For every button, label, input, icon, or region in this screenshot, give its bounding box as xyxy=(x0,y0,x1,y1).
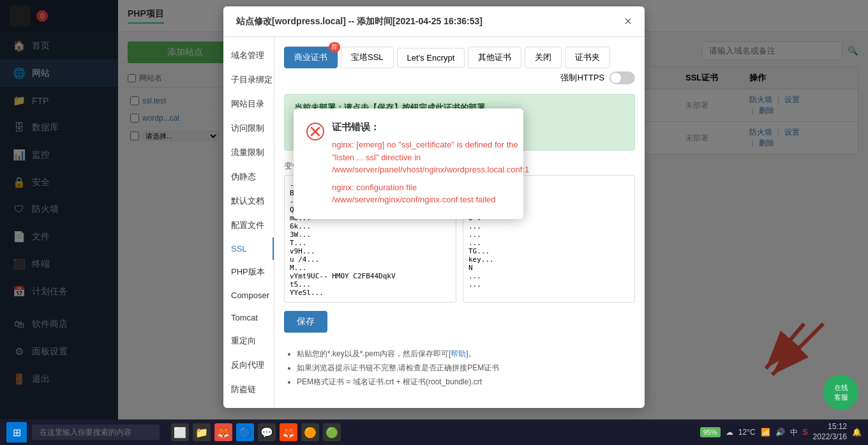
taskbar-icon-1[interactable]: ⬜ xyxy=(171,423,189,441)
tip-3: PEM格式证书 = 域名证书.crt + 根证书(root_bundle).cr… xyxy=(297,377,635,388)
taskbar-icon-8[interactable]: 🟢 xyxy=(323,423,341,441)
date-display: 2022/3/16 xyxy=(813,432,847,442)
online-line2: 客服 xyxy=(834,393,848,402)
tab-commercial[interactable]: 商业证书 荐 xyxy=(284,47,338,68)
taskbar-time: 15:12 2022/3/16 xyxy=(813,422,847,442)
taskbar-icon-7[interactable]: 🟠 xyxy=(301,423,319,441)
tab-commercial-label: 商业证书 xyxy=(294,52,327,62)
error-dialog: 证书错误： nginx: [emerg] no "ssl_certificate… xyxy=(294,109,523,219)
modal-header: 站点修改[wordpress.local] -- 添加时间[2021-04-25… xyxy=(223,6,645,37)
sidemenu-domain[interactable]: 域名管理 xyxy=(223,43,274,68)
sidemenu-sitedir[interactable]: 网站目录 xyxy=(223,92,274,116)
ssl-content-area: 商业证书 荐 宝塔SSL Let's Encrypt 其他证书 关闭 证书夹 强… xyxy=(274,37,645,408)
taskbar-icon-3[interactable]: 🦊 xyxy=(214,423,232,441)
sidemenu-access[interactable]: 访问限制 xyxy=(223,116,274,140)
taskbar-search-input[interactable] xyxy=(32,425,160,440)
modal-overlay: 站点修改[wordpress.local] -- 添加时间[2021-04-25… xyxy=(0,0,868,419)
ssl-tabs: 商业证书 荐 宝塔SSL Let's Encrypt 其他证书 关闭 证书夹 强… xyxy=(284,47,635,84)
tab-close[interactable]: 关闭 xyxy=(525,47,562,68)
tip-1: 粘贴您的*.key以及*.pem内容，然后保存即可[帮助]。 xyxy=(297,349,635,359)
tab-badge: 荐 xyxy=(329,42,340,52)
sidemenu-subdir[interactable]: 子目录绑定 xyxy=(223,68,274,92)
taskbar-icon-4[interactable]: 🔵 xyxy=(236,423,254,441)
cloud-icon: ☁ xyxy=(726,428,733,437)
modal-close-button[interactable]: × xyxy=(624,14,632,29)
wifi-icon: 📶 xyxy=(761,428,770,437)
modal-sidemenu: 域名管理 子目录绑定 网站目录 访问限制 流量限制 伪静态 默认文档 配置文件 … xyxy=(223,37,274,408)
tips-list: 粘贴您的*.key以及*.pem内容，然后保存即可[帮助]。 如果浏览器提示证书… xyxy=(284,349,635,388)
error-header: 证书错误： nginx: [emerg] no "ssl_certificate… xyxy=(306,121,511,206)
taskbar-icon-6[interactable]: 🦊 xyxy=(280,423,297,441)
error-icon xyxy=(306,123,324,145)
sidemenu-redirect[interactable]: 重定向 xyxy=(223,329,274,353)
https-toggle-label: 强制HTTPS xyxy=(560,72,604,84)
error-title: 证书错误： xyxy=(332,121,529,133)
time-display: 15:12 xyxy=(813,422,847,432)
tab-certfolder[interactable]: 证书夹 xyxy=(565,47,610,68)
tab-other[interactable]: 其他证书 xyxy=(468,47,521,68)
online-service-button[interactable]: 在线 客服 xyxy=(823,375,858,410)
modal: 站点修改[wordpress.local] -- 添加时间[2021-04-25… xyxy=(223,6,645,408)
save-button[interactable]: 保存 xyxy=(284,311,327,333)
sidemenu-tomcat[interactable]: Tomcat xyxy=(223,306,274,329)
taskbar-icons: ⬜ 📁 🦊 🔵 💬 🦊 🟠 🟢 xyxy=(171,423,341,441)
taskbar-icon-5[interactable]: 💬 xyxy=(258,423,276,441)
sidemenu-phpver[interactable]: PHP版本 xyxy=(223,260,274,284)
modal-layout: 域名管理 子目录绑定 网站目录 访问限制 流量限制 伪静态 默认文档 配置文件 … xyxy=(223,37,645,408)
notification-icon[interactable]: 🔔 xyxy=(852,428,862,437)
windows-icon: ⊞ xyxy=(13,426,21,439)
taskbar-icon-2[interactable]: 📁 xyxy=(193,423,211,441)
error-message-1: nginx: [emerg] no "ssl_certificate" is d… xyxy=(332,139,529,176)
sidemenu-static[interactable]: 伪静态 xyxy=(223,165,274,189)
tab-letsencrypt[interactable]: Let's Encrypt xyxy=(397,48,465,68)
sidemenu-hotlink[interactable]: 防盗链 xyxy=(223,377,274,402)
https-toggle-group: 强制HTTPS xyxy=(560,72,635,84)
error-message-2: nginx: configuration file /www/server/ng… xyxy=(332,181,529,206)
sidemenu-config[interactable]: 配置文件 xyxy=(223,213,274,238)
modal-title: 站点修改[wordpress.local] -- 添加时间[2021-04-25… xyxy=(236,16,483,27)
taskbar-right: 95% ☁ 12°C 📶 🔊 中 S 15:12 2022/3/16 🔔 xyxy=(700,422,862,442)
lang-label: 中 xyxy=(790,427,798,438)
https-toggle-switch[interactable] xyxy=(610,72,635,84)
tip-2: 如果浏览器提示证书链不完整,请检查是否正确拼接PEM证书 xyxy=(297,363,635,373)
start-button[interactable]: ⊞ xyxy=(6,422,27,442)
sidemenu-proxy[interactable]: 反向代理 xyxy=(223,353,274,377)
tip-link-1[interactable]: 帮助 xyxy=(451,349,466,358)
sidemenu-composer[interactable]: Composer xyxy=(223,284,274,306)
sidemenu-traffic[interactable]: 流量限制 xyxy=(223,140,274,165)
antivirus-icon: S xyxy=(803,428,808,437)
sidemenu-ssl[interactable]: SSL xyxy=(223,238,274,260)
online-line1: 在线 xyxy=(834,383,848,392)
error-content: 证书错误： nginx: [emerg] no "ssl_certificate… xyxy=(332,121,529,206)
tab-baota[interactable]: 宝塔SSL xyxy=(341,47,394,68)
temp-label: 12°C xyxy=(738,428,756,437)
battery-badge: 95% xyxy=(700,427,721,437)
volume-icon: 🔊 xyxy=(775,428,785,437)
taskbar: ⊞ ⬜ 📁 🦊 🔵 💬 🦊 🟠 🟢 95% ☁ 12°C 📶 🔊 中 S 15:… xyxy=(0,419,868,445)
sidemenu-default[interactable]: 默认文档 xyxy=(223,189,274,213)
